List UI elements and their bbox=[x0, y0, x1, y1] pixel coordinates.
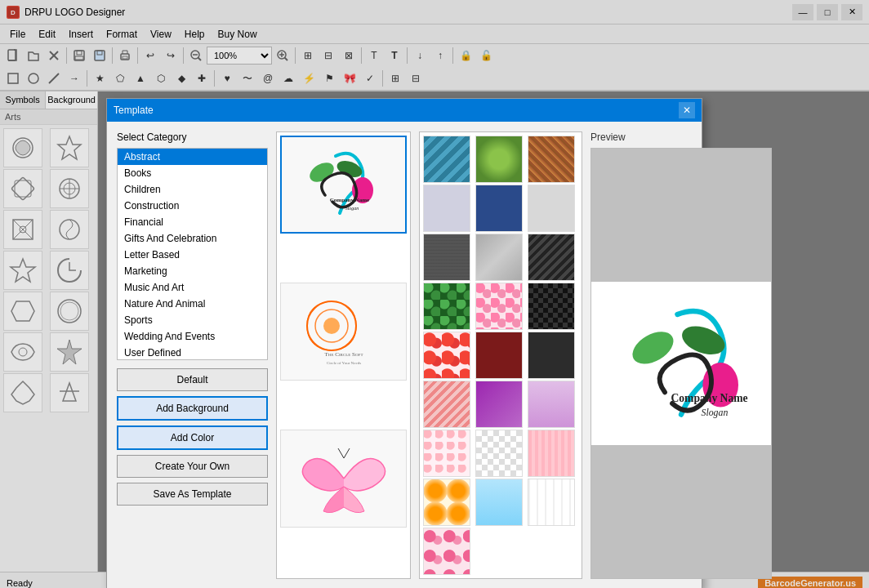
texture-diagonal-stripe[interactable] bbox=[423, 381, 470, 428]
svg-text:Company Name: Company Name bbox=[329, 197, 368, 203]
svg-line-50 bbox=[338, 448, 344, 458]
dialog-action-buttons: Default Add Background Add Color Create … bbox=[117, 368, 268, 506]
logo-preview: Company Name Slogan bbox=[599, 289, 763, 439]
texture-grid-area bbox=[419, 131, 582, 579]
dialog-close-button[interactable]: ✕ bbox=[679, 102, 695, 118]
category-item-userdefined[interactable]: User Defined bbox=[118, 345, 267, 360]
texture-blue-solid[interactable] bbox=[475, 185, 523, 232]
template-item-2[interactable]: The Circle Soft Circle of Your Needs bbox=[280, 283, 407, 381]
category-item-wedding[interactable]: Wedding And Events bbox=[118, 328, 267, 345]
texture-pink-flowers2[interactable] bbox=[423, 528, 470, 575]
category-item-music[interactable]: Music And Art bbox=[118, 279, 267, 296]
svg-text:Slogan: Slogan bbox=[345, 206, 359, 211]
template-grid-area: Company Name Slogan The Circle Soft Cir bbox=[276, 131, 411, 579]
template-dialog: Template ✕ Select Category Abstract Book… bbox=[106, 98, 702, 588]
dialog-category-panel: Select Category Abstract Books Children … bbox=[117, 131, 268, 579]
preview-label: Preview bbox=[590, 131, 772, 143]
dialog-body: Select Category Abstract Books Children … bbox=[107, 122, 702, 588]
preview-box: Company Name Slogan bbox=[590, 148, 772, 579]
texture-green-circle[interactable] bbox=[475, 136, 523, 183]
dialog-overlay: Template ✕ Select Category Abstract Book… bbox=[0, 0, 869, 588]
svg-text:Circle of Your Needs: Circle of Your Needs bbox=[326, 361, 360, 365]
default-button[interactable]: Default bbox=[117, 368, 268, 391]
texture-dark-diagonal[interactable] bbox=[528, 234, 575, 281]
template-item-1[interactable]: Company Name Slogan bbox=[280, 136, 407, 234]
texture-grey-smooth[interactable] bbox=[475, 234, 523, 281]
svg-text:The Circle Soft: The Circle Soft bbox=[324, 351, 363, 358]
texture-checker-light[interactable] bbox=[475, 430, 523, 477]
texture-white-lines[interactable] bbox=[528, 479, 575, 526]
save-template-button[interactable]: Save As Template bbox=[117, 483, 268, 506]
texture-pink-flowers[interactable] bbox=[475, 283, 523, 330]
svg-text:Slogan: Slogan bbox=[702, 406, 729, 417]
add-color-button[interactable]: Add Color bbox=[117, 425, 268, 450]
category-item-gifts[interactable]: Gifts And Celebration bbox=[118, 230, 267, 247]
texture-dark-checker[interactable] bbox=[528, 283, 575, 330]
svg-point-47 bbox=[323, 318, 340, 334]
category-item-sports[interactable]: Sports bbox=[118, 312, 267, 328]
svg-line-51 bbox=[344, 448, 350, 458]
texture-lavender[interactable] bbox=[528, 381, 575, 428]
category-item-children[interactable]: Children bbox=[118, 181, 267, 198]
category-item-construction[interactable]: Construction bbox=[118, 198, 267, 214]
category-item-abstract[interactable]: Abstract bbox=[118, 149, 267, 165]
texture-brown[interactable] bbox=[528, 136, 575, 183]
template-grid-scroll[interactable]: Company Name Slogan The Circle Soft Cir bbox=[276, 131, 411, 579]
category-item-books[interactable]: Books bbox=[118, 165, 267, 181]
template-item-3[interactable] bbox=[280, 430, 407, 528]
texture-light-grey[interactable] bbox=[528, 185, 575, 232]
category-list[interactable]: Abstract Books Children Construction Fin… bbox=[117, 148, 268, 360]
preview-area: Preview bbox=[590, 131, 772, 579]
dialog-title-bar: Template ✕ bbox=[107, 99, 702, 122]
create-own-button[interactable]: Create Your Own bbox=[117, 455, 268, 478]
texture-charcoal[interactable] bbox=[528, 332, 575, 379]
texture-dark-grey[interactable] bbox=[423, 234, 470, 281]
texture-dark-red[interactable] bbox=[475, 332, 523, 379]
category-item-letter[interactable]: Letter Based bbox=[118, 247, 267, 263]
texture-light-pink-hearts[interactable] bbox=[423, 430, 470, 477]
dialog-title: Template bbox=[114, 105, 679, 116]
texture-teal-pattern[interactable] bbox=[423, 136, 470, 183]
add-background-button[interactable]: Add Background bbox=[117, 396, 268, 421]
texture-orange-floral[interactable] bbox=[423, 479, 470, 526]
texture-light-pattern[interactable] bbox=[423, 185, 470, 232]
preview-inner: Company Name Slogan bbox=[591, 282, 771, 445]
select-category-label: Select Category bbox=[117, 131, 268, 143]
texture-purple-solid[interactable] bbox=[475, 381, 523, 428]
texture-grid-scroll[interactable] bbox=[419, 131, 582, 579]
texture-red-flowers[interactable] bbox=[423, 332, 470, 379]
texture-pink-repeat[interactable] bbox=[528, 430, 575, 477]
texture-light-blue2[interactable] bbox=[475, 479, 523, 526]
category-item-marketing[interactable]: Marketing bbox=[118, 263, 267, 279]
category-item-nature[interactable]: Nature And Animal bbox=[118, 296, 267, 312]
category-item-financial[interactable]: Financial bbox=[118, 214, 267, 230]
svg-text:Company Name: Company Name bbox=[671, 392, 747, 404]
texture-dark-green-pattern[interactable] bbox=[423, 283, 470, 330]
